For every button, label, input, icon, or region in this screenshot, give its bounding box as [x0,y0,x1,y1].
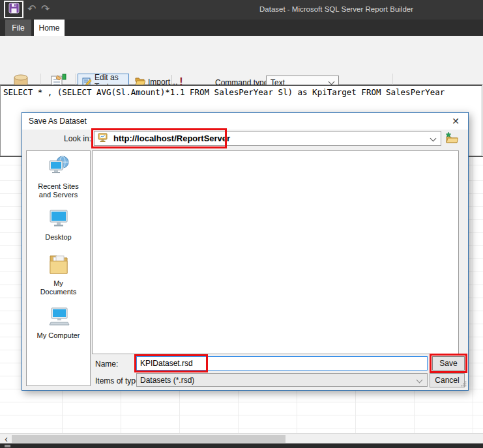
file-name-value: KPIDataset.rsd [140,359,193,368]
desktop-icon [46,220,72,231]
save-floppy-icon [8,3,20,16]
quick-save-button[interactable] [4,1,23,18]
places-bar: Recent Sites and Servers Desktop [26,150,91,386]
dialog-title-bar: Save As Dataset ✕ [22,113,468,130]
my-documents-icon [46,266,72,277]
items-of-type-value: Datasets (*.rsd) [140,376,194,385]
horizontal-scrollbar[interactable]: ‹ [0,433,483,443]
items-of-type-label: Items of type: [95,376,142,385]
dialog-close-icon[interactable]: ✕ [450,115,461,127]
place-label: Desktop [36,233,81,242]
ribbon-tab-bar: File Home [0,20,483,36]
save-button[interactable]: Save [432,356,465,371]
recent-sites-icon [46,169,72,180]
tab-file[interactable]: File [5,20,31,36]
new-folder-button[interactable] [445,132,458,145]
file-list[interactable] [92,150,459,354]
redo-icon[interactable]: ↷ [41,3,50,15]
title-bar: ↶ ↷ Dataset - Microsoft SQL Server Repor… [0,0,483,20]
look-in-combobox[interactable]: http://localhost/ReportServer [94,131,441,146]
sql-query-text: SELECT * , (SELECT AVG(Sl.Amount)*1.1 FR… [1,86,482,98]
look-in-label: Look in: [48,134,91,143]
chevron-down-icon [329,79,335,85]
chevron-down-icon [417,377,423,384]
undo-icon[interactable]: ↶ [27,3,36,15]
app-window: ↶ ↷ Dataset - Microsoft SQL Server Repor… [0,0,483,448]
place-desktop[interactable]: Desktop [27,208,90,242]
window-title: Dataset - Microsoft SQL Server Report Bu… [259,5,413,13]
status-grid-icon [5,445,10,447]
place-label: Recent Sites and Servers [36,182,81,199]
place-recent-sites[interactable]: Recent Sites and Servers [27,155,90,199]
place-my-computer[interactable]: My Computer [27,307,90,340]
report-server-icon [98,132,109,145]
status-bar [0,443,483,448]
cancel-button[interactable]: Cancel [430,373,465,387]
scrollbar-thumb[interactable] [12,435,285,443]
look-in-value: http://localhost/ReportServer [113,133,230,143]
dialog-title: Save As Dataset [29,117,87,126]
new-folder-icon [445,132,458,146]
scroll-left-arrow-icon[interactable]: ‹ [1,434,11,443]
file-name-input[interactable]: KPIDataset.rsd [136,356,428,371]
place-label: My Computer [36,331,81,340]
chevron-down-icon [430,135,437,142]
my-computer-icon [46,318,72,329]
place-label: My Documents [36,279,81,296]
items-of-type-select[interactable]: Datasets (*.rsd) [136,373,428,387]
save-as-dataset-dialog: Save As Dataset ✕ Look in: http://localh… [22,112,469,391]
tab-home[interactable]: Home [34,20,65,36]
place-my-documents[interactable]: My Documents [27,252,90,296]
ribbon: Select Set Options [0,36,483,85]
name-label: Name: [95,359,118,369]
resize-grip-icon[interactable] [461,378,467,389]
